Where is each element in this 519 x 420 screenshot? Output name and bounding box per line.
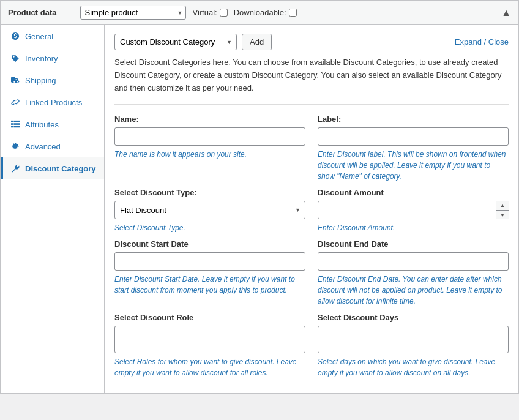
product-data-header: Product data — Simple product Variable p… — [1, 1, 518, 25]
svg-rect-5 — [13, 126, 20, 128]
label-field-block: Label: Enter Discount label. This will b… — [318, 114, 509, 182]
sidebar-item-label-advanced: Advanced — [25, 142, 61, 151]
tag-icon — [10, 53, 20, 63]
collapse-arrow-icon[interactable]: ▲ — [501, 7, 511, 18]
name-label: Name: — [114, 114, 305, 124]
spinner-up-button[interactable]: ▲ — [496, 201, 509, 211]
svg-rect-2 — [11, 123, 13, 125]
product-data-title: Product data — [8, 8, 56, 17]
gear-icon — [10, 141, 20, 151]
sidebar-item-label-shipping: Shipping — [25, 76, 56, 85]
sidebar-item-attributes[interactable]: Attributes — [1, 113, 104, 135]
custom-discount-category-select[interactable]: Custom Discount Category — [114, 34, 237, 50]
label-label: Label: — [318, 114, 509, 124]
start-date-hint: Enter Discount Start Date. Leave it empt… — [114, 274, 305, 296]
sidebar-item-inventory[interactable]: Inventory — [1, 47, 104, 69]
discount-type-field-block: Select Discount Type: Flat Discount Perc… — [114, 188, 305, 233]
discount-amount-wrapper: ▲ ▼ — [318, 201, 509, 219]
sidebar: General Inventory Shipping Linked Produc… — [1, 25, 105, 393]
downloadable-checkbox-label[interactable]: Downloadable: — [234, 8, 297, 17]
product-type-select[interactable]: Simple product Variable product Grouped … — [80, 6, 186, 20]
sidebar-item-advanced[interactable]: Advanced — [1, 135, 104, 157]
name-label-row: Name: The name is how it appears on your… — [114, 114, 509, 182]
virtual-checkbox-label[interactable]: Virtual: — [192, 8, 227, 17]
sidebar-item-label-attributes: Attributes — [25, 120, 59, 129]
add-button[interactable]: Add — [242, 34, 272, 50]
dollar-icon — [10, 31, 20, 41]
sidebar-item-shipping[interactable]: Shipping — [1, 69, 104, 91]
description-text: Select Discount Categories here. You can… — [114, 56, 509, 105]
top-bar: Custom Discount Category Add Expand / Cl… — [114, 34, 509, 50]
discount-days-label: Select Discount Days — [318, 313, 509, 322]
sidebar-item-label-general: General — [25, 32, 53, 41]
name-hint: The name is how it appears on your site. — [114, 149, 305, 160]
name-field-block: Name: The name is how it appears on your… — [114, 114, 305, 182]
svg-rect-4 — [11, 126, 13, 128]
downloadable-checkbox[interactable] — [289, 9, 297, 17]
spinner-buttons: ▲ ▼ — [496, 201, 509, 219]
main-content: Custom Discount Category Add Expand / Cl… — [105, 25, 518, 393]
label-input[interactable] — [318, 127, 509, 146]
start-date-field-block: Discount Start Date Enter Discount Start… — [114, 239, 305, 307]
list-icon — [10, 119, 20, 129]
start-end-date-row: Discount Start Date Enter Discount Start… — [114, 239, 509, 307]
discount-amount-label: Discount Amount — [318, 188, 509, 197]
discount-days-input[interactable] — [318, 326, 509, 353]
spinner-down-button[interactable]: ▼ — [496, 211, 509, 220]
discount-type-hint: Select Discount Type. — [114, 222, 305, 233]
svg-rect-1 — [13, 121, 20, 122]
end-date-hint: Enter Discount End Date. You can enter d… — [318, 274, 509, 307]
sidebar-item-label-inventory: Inventory — [25, 54, 58, 63]
discount-amount-hint: Enter Discount Amount. — [318, 222, 509, 233]
discount-role-hint: Select Roles for whom you want to give d… — [114, 356, 305, 378]
discount-role-field-block: Select Discount Role Select Roles for wh… — [114, 313, 305, 378]
end-date-input[interactable] — [318, 252, 509, 271]
downloadable-label: Downloadable: — [234, 8, 286, 17]
virtual-label: Virtual: — [192, 8, 217, 17]
discount-type-label: Select Discount Type: — [114, 188, 305, 197]
sidebar-item-discount-category[interactable]: Discount Category — [1, 157, 104, 179]
discount-amount-input[interactable] — [318, 201, 509, 219]
link-icon — [10, 97, 20, 107]
sidebar-item-general[interactable]: General — [1, 25, 104, 47]
sidebar-item-label-linked-products: Linked Products — [25, 98, 82, 107]
discount-type-select[interactable]: Flat Discount Percentage Discount — [114, 201, 305, 219]
end-date-label: Discount End Date — [318, 239, 509, 249]
discount-days-field-block: Select Discount Days Select days on whic… — [318, 313, 509, 378]
discount-role-label: Select Discount Role — [114, 313, 305, 322]
truck-icon — [10, 75, 20, 85]
role-days-row: Select Discount Role Select Roles for wh… — [114, 313, 509, 378]
discount-amount-field-block: Discount Amount ▲ ▼ Enter Discount Amoun… — [318, 188, 509, 233]
expand-close-link[interactable]: Expand / Close — [455, 37, 509, 47]
discount-days-hint: Select days on which you want to give di… — [318, 356, 509, 378]
sidebar-item-linked-products[interactable]: Linked Products — [1, 91, 104, 113]
svg-rect-3 — [13, 123, 20, 125]
top-bar-left: Custom Discount Category Add — [114, 34, 272, 50]
svg-rect-0 — [11, 121, 13, 122]
start-date-input[interactable] — [114, 252, 305, 271]
discount-type-amount-row: Select Discount Type: Flat Discount Perc… — [114, 188, 509, 233]
sidebar-item-label-discount-category: Discount Category — [25, 164, 96, 173]
label-hint: Enter Discount label. This will be shown… — [318, 149, 509, 182]
name-input[interactable] — [114, 127, 305, 146]
wrench-icon — [10, 163, 20, 173]
end-date-field-block: Discount End Date Enter Discount End Dat… — [318, 239, 509, 307]
custom-discount-dropdown-wrapper[interactable]: Custom Discount Category — [114, 34, 237, 50]
discount-type-select-wrapper[interactable]: Flat Discount Percentage Discount — [114, 201, 305, 219]
start-date-label: Discount Start Date — [114, 239, 305, 249]
header-dash: — — [66, 8, 74, 17]
discount-role-input[interactable] — [114, 326, 305, 353]
product-type-select-wrapper[interactable]: Simple product Variable product Grouped … — [80, 6, 186, 20]
virtual-checkbox[interactable] — [220, 9, 228, 17]
